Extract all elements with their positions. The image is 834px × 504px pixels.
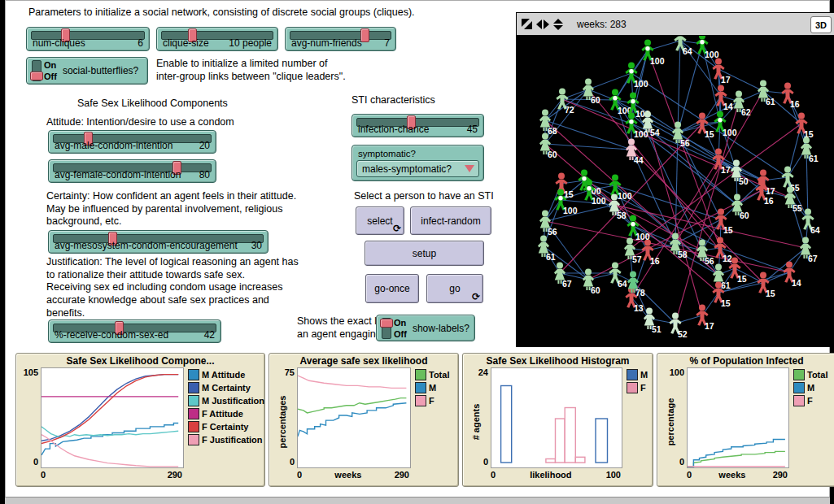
avg-num-friends-slider[interactable]: avg-num-friends7 [285,27,396,51]
person-node[interactable]: 67 [800,237,818,263]
person-node[interactable]: 61 [801,137,819,163]
plot-area [41,367,184,468]
switch-off-label: Off [394,329,407,339]
horizontal-arrows-icon[interactable] [536,20,549,29]
person-node[interactable]: 15 [555,173,573,199]
node-label: 100 [650,56,665,66]
person-node[interactable]: 17 [712,59,730,85]
symptomatic-dot-icon [631,222,635,226]
x-axis-label: weeks [334,470,361,480]
person-node[interactable]: 78 [627,272,645,298]
person-node[interactable]: 12 [714,237,731,263]
num-cliques-slider[interactable]: num-cliques6 [26,27,150,51]
legend-swatch-icon [793,382,805,393]
series-line [41,424,178,455]
link-line [678,44,702,133]
avg-male-condom-intention-slider[interactable]: avg-male-condom-intention20 [48,130,216,154]
x-min-label: 0 [41,470,46,480]
legend-swatch-icon [415,382,426,393]
switch-slot[interactable] [32,60,41,81]
person-node[interactable]: 64 [609,263,627,289]
switch-slot[interactable] [382,318,391,339]
person-node[interactable]: 16 [781,83,799,109]
interface-panel: Parameters to initialize a social networ… [5,0,830,497]
select-button[interactable]: select ⟳ [356,206,404,235]
link-line [678,41,680,133]
symptomatic-dot-icon [558,196,562,200]
legend-item: M [415,382,457,393]
chooser-value-box[interactable]: males-symptomatic? [356,160,479,177]
node-label: 57 [632,254,642,264]
switch-knob[interactable] [30,72,43,80]
node-label: 50 [739,176,749,186]
y-axis-label: # agents [471,389,481,454]
y-min-label: 0 [290,457,295,467]
legend-item: F Certainty [188,421,266,432]
person-node[interactable]: 15 [757,272,775,298]
person-node[interactable]: 64 [674,36,692,56]
legend-item: F [627,382,651,393]
person-node[interactable]: 14 [714,85,732,111]
person-node[interactable]: 14 [783,262,801,288]
avg-mesosystem-condom-encouragement-slider[interactable]: avg-mesosystem-condom-encouragement30 [48,230,269,254]
setup-button[interactable]: setup [365,241,484,266]
avg-female-condom-intention-slider[interactable]: avg-female-condom-intention80 [48,159,216,183]
world-canvas[interactable]: 1001006410017607210010014626116685410056… [517,36,834,347]
person-node[interactable]: 60 [583,269,600,295]
node-label: 17 [705,321,714,331]
node-label: 16 [790,99,800,109]
slider-label: clique-size [163,37,209,49]
show-labels-switch[interactable]: On Off show-labels? [376,315,475,341]
histogram-bar [556,419,565,463]
legend-swatch-icon [627,382,638,393]
node-label: 61 [766,97,775,106]
clique-size-slider[interactable]: clique-size10 people [156,27,278,51]
forever-icon: ⟳ [393,224,401,233]
receive-condom-sex-ed-slider[interactable]: %-receive-condom-sex-ed42 [48,319,221,343]
node-label: 61 [546,252,556,262]
legend-label: F Attitude [202,409,243,419]
zoom-corner-icon[interactable] [522,19,532,29]
legend-item: F [415,395,457,406]
x-max-label: 290 [773,470,788,480]
slider-label: infection-chance [358,124,429,135]
person-node[interactable]: 56 [672,122,690,148]
person-node[interactable]: 60 [583,79,600,105]
go-once-button[interactable]: go-once [365,274,419,303]
go-button[interactable]: go ⟳ [426,274,483,303]
person-node[interactable]: 100 [714,111,736,137]
person-node[interactable]: 61 [538,236,556,262]
node-label: 58 [678,250,688,259]
node-label: 15 [705,129,714,139]
node-label: 14 [723,102,733,111]
node-label: 67 [562,279,572,289]
person-node[interactable]: 61 [758,80,775,106]
person-node[interactable]: 44 [626,139,644,165]
series-line [41,435,178,467]
vertical-arrows-icon[interactable] [553,19,563,30]
symptomatic-chooser[interactable]: symptomatic? males-symptomatic? [352,145,484,181]
infection-chance-slider[interactable]: infection-chance45 [352,114,484,137]
social-butterflies-switch[interactable]: On Off social-butterflies? [26,57,148,85]
person-node[interactable]: 17 [696,305,714,331]
slider-value: 30 [251,240,262,251]
y-max-label: 75 [285,367,295,377]
series-line [688,451,785,467]
switch-knob[interactable] [380,319,393,328]
view-3d-button[interactable]: 3D [810,16,832,33]
person-node[interactable]: 52 [669,313,687,339]
node-label: 61 [809,154,819,163]
person-node[interactable]: 60 [539,133,557,159]
infect-random-button[interactable]: infect-random [410,206,491,235]
node-label: 64 [618,279,627,289]
legend-swatch-icon [415,369,426,380]
x-axis-label: weeks [718,470,745,480]
legend-label: M Attitude [202,370,245,380]
node-label: 16 [764,196,774,206]
view-header: weeks: 283 3D [517,13,834,36]
slider-label: avg-male-condom-intention [55,140,172,151]
plot-area [491,367,622,468]
y-min-label: 0 [483,457,488,467]
plot-legend: MF [622,367,651,468]
node-label: 15 [766,289,775,298]
